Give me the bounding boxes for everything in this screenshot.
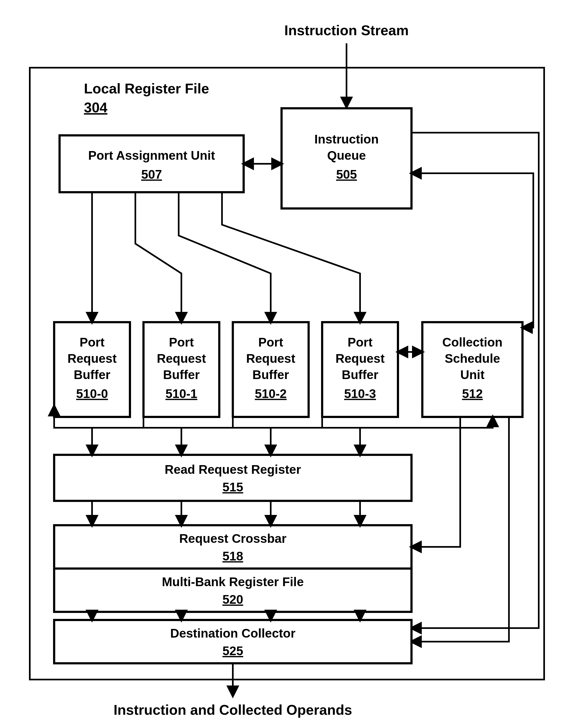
rrr-l1: Read Request Register <box>165 462 301 476</box>
read-request-register-block: Read Request Register 515 <box>54 455 411 501</box>
xbar-l1: Request Crossbar <box>179 531 286 545</box>
diagram-canvas: .boxrect { fill:#fff; stroke:#000; strok… <box>0 0 575 728</box>
iq-l1: Instruction <box>314 132 379 146</box>
arrow-pau-prb2 <box>179 192 271 322</box>
prb1-l3: Buffer <box>163 368 200 382</box>
arrow-pau-prb3 <box>222 192 360 322</box>
arrow-pau-prb1 <box>135 192 181 322</box>
prb1-block: Port Request Buffer 510-1 <box>143 322 219 417</box>
mbrf-ref: 520 <box>223 592 243 606</box>
prb3-block: Port Request Buffer 510-3 <box>322 322 398 417</box>
request-crossbar-block: Request Crossbar 518 <box>54 525 411 568</box>
csu-ref: 512 <box>462 387 483 401</box>
dc-l1: Destination Collector <box>170 626 296 640</box>
prb1-ref: 510-1 <box>165 387 197 401</box>
svg-rect-1 <box>60 135 244 192</box>
prb3-l2: Request <box>335 352 384 365</box>
prb0-l3: Buffer <box>74 368 110 382</box>
prb0-l1: Port <box>79 335 104 349</box>
prb2-block: Port Request Buffer 510-2 <box>233 322 309 417</box>
instruction-queue-block: Instruction Queue 505 <box>281 108 411 208</box>
outer-ref: 304 <box>84 100 107 115</box>
destination-collector-block: Destination Collector 525 <box>54 620 411 663</box>
arrow-csu-xbar <box>411 417 460 547</box>
prb3-l1: Port <box>348 335 373 349</box>
csu-l3: Unit <box>460 368 484 382</box>
port-assignment-block: Port Assignment Unit 507 <box>60 135 244 192</box>
multi-bank-register-file-block: Multi-Bank Register File 520 <box>54 568 411 612</box>
prb1-l2: Request <box>157 352 206 365</box>
csu-block: Collection Schedule Unit 512 <box>422 322 522 417</box>
iq-l2: Queue <box>327 148 366 162</box>
prb0-block: Port Request Buffer 510-0 <box>54 322 130 417</box>
input-label: Instruction Stream <box>284 23 408 38</box>
prb3-ref: 510-3 <box>344 387 376 401</box>
pau-ref: 507 <box>141 167 162 181</box>
csu-l1: Collection <box>442 335 502 349</box>
xbar-ref: 518 <box>223 549 243 563</box>
output-label: Instruction and Collected Operands <box>113 702 352 718</box>
iq-ref: 505 <box>336 167 357 181</box>
prb2-l3: Buffer <box>252 368 289 382</box>
dc-ref: 525 <box>223 644 243 658</box>
prb2-l1: Port <box>258 335 283 349</box>
outer-title: Local Register File <box>84 81 209 96</box>
prb0-l2: Request <box>67 352 116 365</box>
csu-l2: Schedule <box>445 352 500 365</box>
rrr-ref: 515 <box>223 480 243 494</box>
pau-l1: Port Assignment Unit <box>88 148 215 162</box>
prb3-l3: Buffer <box>342 368 378 382</box>
arrow-iq-csu <box>411 173 533 328</box>
prb2-l2: Request <box>246 352 295 365</box>
prb1-l1: Port <box>169 335 194 349</box>
prb0-ref: 510-0 <box>76 387 108 401</box>
mbrf-l1: Multi-Bank Register File <box>162 575 304 589</box>
prb2-ref: 510-2 <box>255 387 287 401</box>
